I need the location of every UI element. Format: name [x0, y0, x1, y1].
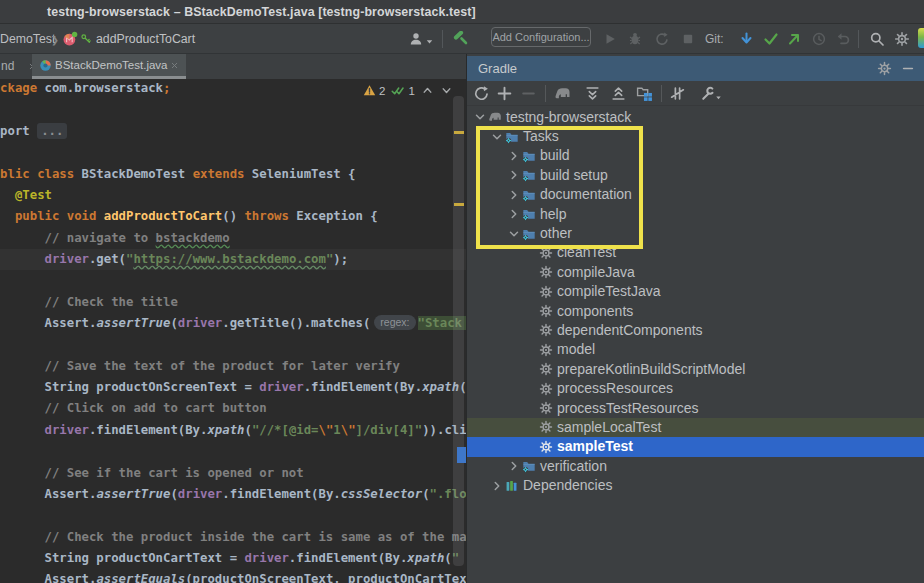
gradle-tree-row-other[interactable]: other [467, 224, 924, 243]
code-line[interactable]: @Test [0, 185, 466, 206]
gradle-tree-row-sampleTest[interactable]: sampleTest [467, 437, 924, 456]
code-token [37, 81, 44, 95]
breadcrumb-class[interactable]: DemoTest [0, 24, 55, 54]
refresh-icon[interactable] [473, 85, 490, 102]
chevron-down-icon[interactable] [506, 227, 521, 241]
stop-icon[interactable] [680, 31, 696, 47]
code-line[interactable] [0, 505, 466, 526]
chevron-down-icon[interactable] [472, 110, 487, 124]
user-icon[interactable] [408, 31, 424, 47]
code-line[interactable] [0, 100, 466, 121]
scrollbar-thumb[interactable] [453, 96, 464, 566]
gradle-tree-row-help[interactable]: help [467, 204, 924, 223]
add-configuration-button[interactable]: Add Configuration... [491, 27, 591, 47]
code-line[interactable]: // Click on add to cart button [0, 398, 466, 419]
user-caret-down-icon[interactable] [424, 36, 435, 47]
code-line[interactable]: driver.get("https://www.bstackdemo.com")… [0, 249, 466, 270]
code-line[interactable]: import ... [0, 121, 466, 142]
gradle-tree-row-prepareKotlinBuildScriptModel[interactable]: prepareKotlinBuildScriptModel [467, 360, 924, 379]
tab-active[interactable]: BStackDemoTest.java [32, 54, 186, 79]
run-icon[interactable] [602, 31, 618, 47]
code-line[interactable] [0, 142, 466, 163]
code-line[interactable]: // Check the product inside the cart is … [0, 527, 466, 548]
gradle-elephant-icon[interactable] [553, 85, 572, 102]
gradle-tree-row-components[interactable]: components [467, 301, 924, 320]
git-update-icon[interactable] [737, 31, 753, 47]
gradle-tree-row-Tasks[interactable]: Tasks [467, 127, 924, 146]
info-stripe-mark[interactable] [457, 447, 466, 463]
chevron-right-icon[interactable] [489, 479, 504, 493]
code-line[interactable]: // Save the text of the product for late… [0, 356, 466, 377]
plugin-icon[interactable] [918, 28, 924, 48]
code-line[interactable]: String productOnScreenText = driver.find… [0, 377, 466, 398]
tree-node-label: other [540, 224, 572, 243]
code-area[interactable]: package com.browserstack; import ... pub… [0, 79, 466, 583]
plus-icon[interactable] [496, 85, 513, 102]
offline-mode-icon[interactable] [669, 85, 686, 102]
code-line[interactable]: public class BStackDemoTest extends Sele… [0, 164, 466, 185]
minus-icon[interactable] [520, 85, 537, 102]
build-hammer-icon[interactable] [453, 31, 469, 47]
gradle-tree-row-processTestResources[interactable]: processTestResources [467, 398, 924, 417]
gradle-header-gear-icon[interactable] [877, 61, 892, 76]
gradle-tree-row-build-setup[interactable]: build setup [467, 166, 924, 185]
expand-all-icon[interactable] [584, 85, 601, 102]
next-problem-icon[interactable] [440, 84, 453, 97]
git-push-icon[interactable] [786, 31, 802, 47]
code-editor[interactable]: package com.browserstack; import ... pub… [0, 79, 466, 583]
gradle-tree-row-Dependencies[interactable]: Dependencies [467, 476, 924, 495]
window-title-bar[interactable]: testng-browserstack – BStackDemoTest.jav… [0, 0, 924, 24]
gradle-tree-row-cleanTest[interactable]: cleanTest [467, 243, 924, 262]
chevron-right-icon[interactable] [506, 168, 521, 182]
gradle-tree-row-documentation[interactable]: documentation [467, 185, 924, 204]
undo-icon[interactable] [835, 31, 851, 47]
gradle-tree-row-processResources[interactable]: processResources [467, 379, 924, 398]
chevron-right-icon[interactable] [506, 188, 521, 202]
settings-gear-icon[interactable] [894, 31, 910, 47]
editor-scrollbar[interactable] [452, 79, 466, 583]
history-icon[interactable] [811, 31, 827, 47]
code-line[interactable]: String productOnCartText = driver.findEl… [0, 548, 466, 569]
code-token [0, 380, 45, 394]
code-line[interactable]: driver.findElement(By.xpath("//*[@id=\"1… [0, 420, 466, 441]
gradle-hide-icon[interactable] [901, 61, 915, 76]
gradle-header[interactable]: Gradle [467, 56, 924, 81]
code-line[interactable]: public void addProductToCart() throws Ex… [0, 206, 466, 227]
group-tasks-icon[interactable] [636, 85, 653, 102]
tab-close-icon[interactable] [170, 61, 179, 70]
gradle-tree-row-compileTestJava[interactable]: compileTestJava [467, 282, 924, 301]
code-line[interactable]: // navigate to bstackdemo [0, 228, 466, 249]
gradle-tree-row-dependentComponents[interactable]: dependentComponents [467, 321, 924, 340]
warning-stripe-mark[interactable] [454, 203, 464, 206]
breadcrumb-method[interactable]: addProductToCart [96, 24, 195, 54]
git-commit-icon[interactable] [763, 31, 779, 47]
debug-icon[interactable] [627, 31, 643, 47]
chevron-down-icon[interactable] [489, 130, 504, 144]
code-line[interactable] [0, 441, 466, 462]
code-line[interactable] [0, 270, 466, 291]
gradle-tree-row-sampleLocalTest[interactable]: sampleLocalTest [467, 418, 924, 437]
warning-stripe-mark[interactable] [454, 131, 464, 134]
collapse-all-icon[interactable] [610, 85, 627, 102]
gradle-tree-row-model[interactable]: model [467, 340, 924, 359]
rerun-icon[interactable] [654, 31, 670, 47]
code-line[interactable]: Assert.assertTrue(driver.findElement(By.… [0, 484, 466, 505]
chevron-right-icon[interactable] [506, 207, 521, 221]
code-line[interactable]: // See if the cart is opened or not [0, 463, 466, 484]
code-line[interactable]: // Check the title [0, 292, 466, 313]
gradle-tree-row-build[interactable]: build [467, 146, 924, 165]
gradle-tree-row-compileJava[interactable]: compileJava [467, 263, 924, 282]
toolbar-separator [661, 85, 662, 102]
inspections-widget[interactable]: 2 1 [363, 83, 453, 98]
task-gear-icon [538, 265, 553, 280]
code-line[interactable] [0, 334, 466, 355]
gradle-tree-row-verification[interactable]: verification [467, 457, 924, 476]
chevron-right-icon[interactable] [506, 149, 521, 163]
chevron-right-icon[interactable] [506, 459, 521, 473]
code-token: ... [37, 123, 67, 139]
gradle-tree-row-testng-browserstack[interactable]: testng-browserstack [467, 108, 924, 127]
code-line[interactable]: Assert.assertEquals(productOnScreenText,… [0, 569, 466, 583]
code-line[interactable]: Assert.assertTrue(driver.getTitle().matc… [0, 313, 466, 334]
prev-problem-icon[interactable] [421, 84, 434, 97]
search-icon[interactable] [869, 31, 885, 47]
